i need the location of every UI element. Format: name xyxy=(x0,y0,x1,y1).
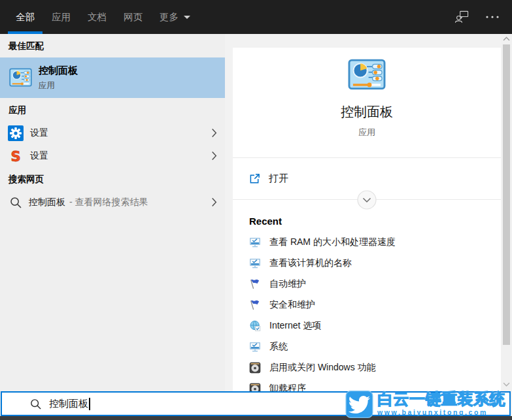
scroll-up-icon[interactable] xyxy=(503,37,510,41)
app-result-label: 设置 xyxy=(30,150,48,162)
control-panel-icon xyxy=(348,59,386,91)
results-panel: 最佳匹配 控制面板 应用 应用 设置 S 设置 搜索网页 xyxy=(0,34,225,392)
globe-icon xyxy=(249,320,261,332)
open-external-icon xyxy=(249,173,260,184)
recent-section: Recent 查看 RAM 的大小和处理器速度 查看该计算机的名称 自动维护 安… xyxy=(233,216,501,392)
recent-item-label: 系统 xyxy=(269,341,288,353)
recent-item[interactable]: 查看该计算机的名称 xyxy=(249,253,501,274)
best-match-header: 最佳匹配 xyxy=(0,34,225,57)
app-results-list: 设置 S 设置 xyxy=(0,121,225,167)
filter-tab-label: 网页 xyxy=(124,11,143,24)
filter-tab[interactable]: 文档 xyxy=(88,0,107,34)
divider xyxy=(233,199,501,200)
disc-icon xyxy=(249,383,261,392)
search-input-value: 控制面板 xyxy=(49,398,88,410)
web-section-header: 搜索网页 xyxy=(0,167,225,191)
filter-tab-label: 应用 xyxy=(52,11,71,24)
flag-icon xyxy=(249,299,261,311)
filter-tabs: 全部 应用 文档 网页 更多 xyxy=(0,0,207,34)
app-result-label: 设置 xyxy=(30,127,48,139)
watermark-title: 白云一键重装系统 xyxy=(377,391,505,408)
expand-more-button[interactable] xyxy=(357,190,377,210)
filter-tab[interactable]: 网页 xyxy=(124,0,143,34)
filter-tab[interactable]: 全部 xyxy=(16,0,35,34)
gear-tile-icon xyxy=(8,125,24,141)
recent-item-label: 自动维护 xyxy=(269,278,306,290)
search-icon xyxy=(29,398,42,410)
recent-item-label: Internet 选项 xyxy=(269,320,321,332)
recent-item[interactable]: Internet 选项 xyxy=(249,315,501,336)
app-hero: 控制面板 应用 xyxy=(233,48,501,157)
chevron-down-icon xyxy=(184,16,190,19)
app-subtitle: 应用 xyxy=(233,127,501,138)
monitor-icon xyxy=(249,341,261,353)
open-action-label: 打开 xyxy=(269,172,288,185)
chevron-right-icon[interactable] xyxy=(211,128,217,138)
scrollbar-thumb[interactable] xyxy=(503,44,510,345)
vertical-scrollbar[interactable] xyxy=(501,34,512,392)
best-match-subtitle: 应用 xyxy=(39,80,78,91)
best-match-result[interactable]: 控制面板 应用 xyxy=(0,57,225,98)
feedback-icon[interactable] xyxy=(454,10,469,24)
app-result-row[interactable]: 设置 xyxy=(0,121,225,144)
flag-icon xyxy=(249,278,261,290)
app-result-row[interactable]: S 设置 xyxy=(0,144,225,167)
topbar-icons xyxy=(454,0,512,34)
recent-item[interactable]: 查看 RAM 的大小和处理器速度 xyxy=(249,232,501,253)
recent-header: Recent xyxy=(249,216,501,227)
filter-tab-label: 文档 xyxy=(88,11,107,24)
search-icon xyxy=(9,196,22,209)
control-panel-icon xyxy=(9,68,32,88)
scroll-down-icon[interactable] xyxy=(503,382,510,387)
recent-item-label: 安全和维护 xyxy=(269,299,315,311)
recent-item[interactable]: 启用或关闭 Windows 功能 xyxy=(249,357,501,378)
windows-search-panel: 全部 应用 文档 网页 更多 最佳匹配 xyxy=(0,0,512,420)
best-match-title: 控制面板 xyxy=(39,65,78,77)
recent-item[interactable]: 系统 xyxy=(249,336,501,357)
disc-icon xyxy=(249,362,261,374)
app-title: 控制面板 xyxy=(233,103,501,121)
s-logo-icon: S xyxy=(8,148,24,164)
search-filter-bar: 全部 应用 文档 网页 更多 xyxy=(0,0,512,34)
watermark-url: www.baiyunxitong.com xyxy=(377,408,505,416)
svg-text:S: S xyxy=(10,149,20,164)
web-search-suffix: - 查看网络搜索结果 xyxy=(69,197,148,208)
bird-logo-icon xyxy=(345,391,374,418)
web-search-query: 控制面板 xyxy=(29,197,65,208)
recent-item[interactable]: 自动维护 xyxy=(249,274,501,295)
filter-tab[interactable]: 更多 xyxy=(160,0,190,34)
web-search-row[interactable]: 控制面板 - 查看网络搜索结果 xyxy=(0,191,225,214)
recent-list: 查看 RAM 的大小和处理器速度 查看该计算机的名称 自动维护 安全和维护 In… xyxy=(249,232,501,392)
watermark: 白云一键重装系统 www.baiyunxitong.com xyxy=(345,391,505,418)
ellipsis-icon[interactable] xyxy=(486,16,499,18)
filter-tab[interactable]: 应用 xyxy=(52,0,71,34)
filter-tab-label: 更多 xyxy=(160,11,179,24)
details-panel: 控制面板 应用 打开 Recent 查看 RAM 的大小和处理器速度 查看该计算… xyxy=(233,48,501,392)
recent-item-label: 查看该计算机的名称 xyxy=(269,257,352,269)
recent-item-label: 查看 RAM 的大小和处理器速度 xyxy=(269,236,396,248)
chevron-right-icon[interactable] xyxy=(211,151,217,161)
recent-item-label: 卸载程序 xyxy=(269,383,306,392)
text-caret xyxy=(89,398,90,410)
recent-item[interactable]: 安全和维护 xyxy=(249,295,501,315)
monitor-icon xyxy=(249,236,261,248)
apps-section-header: 应用 xyxy=(0,98,225,121)
chevron-right-icon[interactable] xyxy=(211,197,217,207)
filter-tab-label: 全部 xyxy=(16,11,35,24)
monitor-icon xyxy=(249,257,261,269)
recent-item-label: 启用或关闭 Windows 功能 xyxy=(269,362,376,374)
